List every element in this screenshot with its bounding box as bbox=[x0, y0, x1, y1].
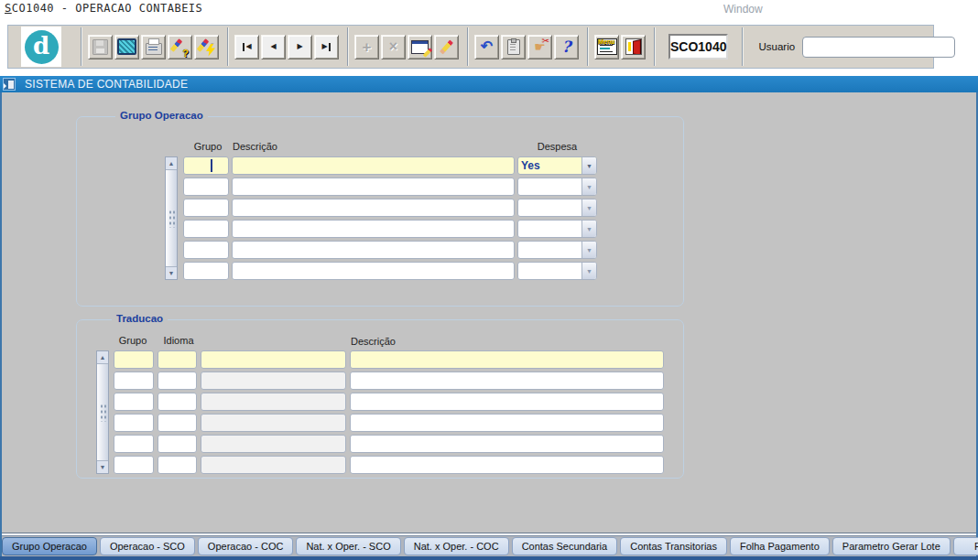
grupo-input[interactable] bbox=[114, 350, 154, 369]
menu-button[interactable]: Menu bbox=[594, 35, 619, 59]
despesa-dropdown[interactable]: ▼ bbox=[517, 262, 597, 280]
chevron-down-icon[interactable]: ▼ bbox=[581, 242, 596, 258]
idioma-input[interactable] bbox=[158, 435, 197, 453]
tab-item[interactable]: Folha Pagamento bbox=[730, 537, 830, 555]
grupo-operacao-row: ▼ bbox=[183, 220, 597, 238]
help-button[interactable]: ? bbox=[554, 35, 579, 59]
despesa-dropdown[interactable]: ▼ bbox=[517, 241, 597, 259]
grupo-input[interactable] bbox=[183, 156, 229, 175]
tab-item[interactable]: Contas Transitorias bbox=[620, 537, 727, 555]
scissors-icon: ✂ bbox=[542, 37, 549, 46]
descricao-input[interactable] bbox=[232, 262, 515, 280]
idioma-descricao-field bbox=[201, 435, 346, 453]
idioma-input[interactable] bbox=[158, 393, 197, 411]
print-button[interactable] bbox=[141, 35, 166, 59]
chevron-down-icon[interactable]: ▼ bbox=[581, 157, 596, 174]
scrollbar-track[interactable] bbox=[97, 364, 108, 460]
descricao-input[interactable] bbox=[232, 199, 515, 217]
enter-query-button[interactable]: ? bbox=[168, 35, 192, 59]
first-record-button[interactable]: ◀ bbox=[234, 35, 259, 59]
descricao-input[interactable] bbox=[350, 414, 664, 432]
chevron-down-icon[interactable]: ▼ bbox=[581, 263, 596, 279]
vertical-scrollbar[interactable]: ▲ ▼ bbox=[96, 350, 109, 474]
tab-item[interactable]: Operacao - COC bbox=[198, 537, 294, 555]
tab-item[interactable]: Nat. x Oper. - COC bbox=[404, 537, 509, 555]
grupo-operacao-row: ▼ bbox=[183, 262, 597, 280]
execute-query-button[interactable] bbox=[194, 35, 219, 59]
x-icon: × bbox=[389, 39, 397, 54]
scroll-down-button[interactable]: ▼ bbox=[97, 460, 108, 473]
tab-item[interactable]: Relatorios bbox=[953, 537, 978, 555]
idioma-input[interactable] bbox=[158, 372, 197, 390]
grupo-input[interactable] bbox=[114, 414, 154, 432]
arrow-right-icon: ▶ bbox=[297, 43, 302, 50]
scroll-up-button[interactable]: ▲ bbox=[166, 157, 177, 170]
tab-item[interactable]: Contas Secundaria bbox=[512, 537, 618, 555]
despesa-dropdown[interactable]: ▼ bbox=[517, 156, 597, 175]
idioma-input[interactable] bbox=[158, 414, 197, 432]
module-code-field: SCO1040 bbox=[668, 34, 728, 59]
vertical-scrollbar[interactable]: ▲ ▼ bbox=[165, 156, 178, 280]
window-icon[interactable] bbox=[3, 78, 16, 91]
despesa-dropdown[interactable]: ▼ bbox=[517, 199, 597, 217]
hand-action-button[interactable]: ☛✂ bbox=[527, 35, 552, 59]
grupo-input[interactable] bbox=[114, 435, 154, 453]
scroll-down-button[interactable]: ▼ bbox=[166, 266, 177, 279]
grupo-input[interactable] bbox=[114, 393, 154, 411]
descricao-input[interactable] bbox=[232, 220, 515, 238]
column-header-descricao: Descrição bbox=[233, 141, 277, 152]
idioma-input[interactable] bbox=[158, 456, 197, 474]
descricao-input[interactable] bbox=[350, 350, 664, 369]
form-title: SCO1040 - OPERACAO CONTABEIS bbox=[5, 2, 202, 15]
descricao-input[interactable] bbox=[350, 435, 664, 453]
chevron-down-icon[interactable]: ▼ bbox=[581, 199, 596, 216]
delete-record-button[interactable]: × bbox=[381, 35, 406, 59]
previous-record-button[interactable]: ◀ bbox=[261, 35, 286, 59]
clear-form-button[interactable] bbox=[114, 35, 139, 59]
scroll-up-button[interactable]: ▲ bbox=[97, 351, 108, 364]
tab-item[interactable]: Nat. x Oper. - SCO bbox=[296, 537, 400, 555]
descricao-input[interactable] bbox=[232, 178, 515, 196]
column-header-grupo: Grupo bbox=[113, 335, 153, 346]
descricao-input[interactable] bbox=[350, 372, 664, 390]
tab-item[interactable]: Grupo Operacao bbox=[2, 537, 97, 555]
despesa-dropdown[interactable]: ▼ bbox=[517, 220, 597, 238]
application-window: SCO1040 - OPERACAO CONTABEIS Window d ? … bbox=[0, 0, 978, 560]
last-record-button[interactable]: ▶ bbox=[314, 35, 339, 59]
exit-button[interactable] bbox=[621, 35, 646, 59]
next-record-button[interactable]: ▶ bbox=[288, 35, 312, 59]
tab-item[interactable]: Parametro Gerar Lote bbox=[832, 537, 951, 555]
item-pencil-button[interactable] bbox=[434, 35, 459, 59]
traducao-row bbox=[114, 435, 664, 453]
save-button[interactable] bbox=[88, 35, 113, 59]
usuario-input[interactable] bbox=[802, 37, 955, 58]
toolbar-separator bbox=[654, 27, 655, 66]
grupo-input[interactable] bbox=[114, 456, 154, 474]
chevron-down-icon[interactable]: ▼ bbox=[581, 221, 596, 237]
grupo-input[interactable] bbox=[183, 220, 229, 238]
clipboard-button[interactable] bbox=[501, 35, 526, 59]
grupo-input[interactable] bbox=[183, 199, 229, 217]
grupo-input[interactable] bbox=[183, 178, 229, 196]
grupo-input[interactable] bbox=[183, 241, 229, 259]
descricao-input[interactable] bbox=[350, 393, 664, 411]
lightning-icon bbox=[206, 44, 215, 57]
tab-item[interactable]: Operacao - SCO bbox=[100, 537, 195, 555]
idioma-input[interactable] bbox=[158, 350, 197, 369]
toolbar-separator bbox=[467, 27, 468, 66]
chevron-down-icon[interactable]: ▼ bbox=[581, 178, 596, 195]
brush-icon bbox=[170, 38, 182, 52]
question-icon: ? bbox=[182, 48, 189, 59]
undo-button[interactable]: ↶ bbox=[474, 35, 499, 59]
descricao-input[interactable] bbox=[350, 456, 664, 474]
descricao-input[interactable] bbox=[232, 241, 515, 259]
scrollbar-track[interactable] bbox=[166, 170, 177, 266]
grupo-input[interactable] bbox=[183, 262, 229, 280]
edit-button[interactable] bbox=[408, 35, 432, 59]
idioma-descricao-field bbox=[201, 372, 346, 390]
descricao-input[interactable] bbox=[232, 156, 515, 175]
despesa-dropdown[interactable]: ▼ bbox=[517, 178, 597, 196]
grupo-input[interactable] bbox=[114, 372, 154, 390]
insert-record-button[interactable]: + bbox=[354, 35, 379, 59]
menu-item-window[interactable]: Window bbox=[723, 3, 763, 16]
